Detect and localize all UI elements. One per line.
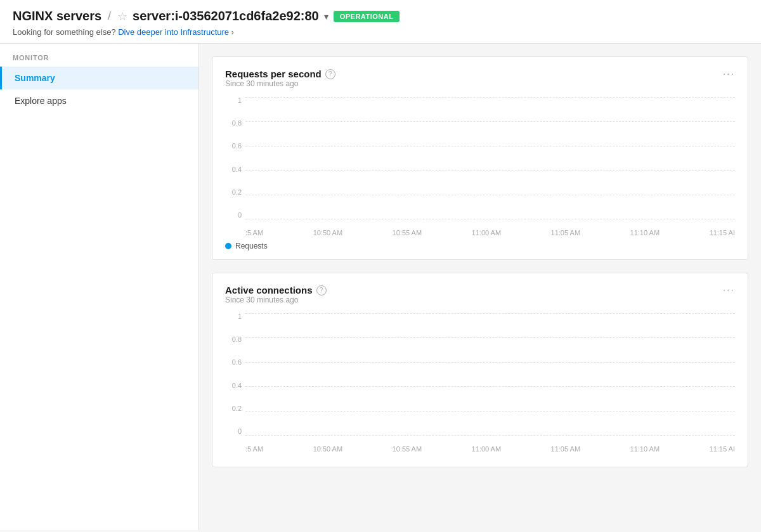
active-connections-card: Active connections ? Since 30 minutes ag… — [212, 273, 748, 467]
y1-label-0: 0 — [238, 212, 242, 219]
grid-line-06 — [245, 146, 735, 146]
favorite-star-icon[interactable]: ☆ — [117, 10, 127, 23]
grid2-line-02 — [245, 411, 735, 412]
x1-label-0: :5 AM — [245, 229, 263, 237]
breadcrumb-title: NGINX servers — [13, 9, 101, 23]
y2-label-04: 0.4 — [232, 382, 242, 389]
chart1-help-icon[interactable]: ? — [325, 69, 335, 79]
chart2-header: Active connections ? Since 30 minutes ag… — [225, 285, 735, 311]
y2-label-08: 0.8 — [232, 336, 242, 343]
chart1-subtitle: Since 30 minutes ago — [225, 79, 335, 88]
breadcrumb-separator: / — [108, 10, 111, 23]
chart1-y-axis: 1 0.8 0.6 0.4 0.2 0 — [225, 97, 245, 219]
x2-label-1050: 10:50 AM — [313, 445, 342, 453]
chart1-x-axis: :5 AM 10:50 AM 10:55 AM 11:00 AM 11:05 A… — [245, 219, 735, 237]
chart1-legend-dot — [225, 243, 231, 249]
y2-label-1: 1 — [238, 313, 242, 320]
y1-label-08: 0.8 — [232, 120, 242, 127]
chart2-grid — [245, 313, 735, 435]
x1-label-1110: 11:10 AM — [630, 229, 660, 237]
x2-label-1110: 11:10 AM — [630, 445, 660, 453]
chart1-area: 1 0.8 0.6 0.4 0.2 0 :5 AM 10 — [225, 97, 735, 237]
x1-label-1115: 11:15 AI — [710, 229, 735, 237]
main-content: Requests per second ? Since 30 minutes a… — [199, 44, 761, 530]
grid-line-08 — [245, 121, 735, 122]
chart2-title-row: Active connections ? — [225, 285, 327, 295]
chart2-area: 1 0.8 0.6 0.4 0.2 0 :5 AM 10 — [225, 313, 735, 453]
main-layout: MONITOR Summary Explore apps Requests pe… — [0, 44, 761, 530]
grid-line-04 — [245, 170, 735, 171]
sub-text-label: Looking for something else? — [13, 27, 116, 37]
x2-label-1055: 10:55 AM — [393, 445, 422, 453]
y2-label-0: 0 — [238, 428, 242, 435]
chart1-legend-label: Requests — [235, 242, 268, 250]
x2-label-1105: 11:05 AM — [551, 445, 580, 453]
chart1-more-button[interactable]: ··· — [723, 68, 735, 80]
grid2-line-06 — [245, 362, 735, 363]
sidebar: MONITOR Summary Explore apps — [0, 44, 199, 530]
chart1-title-row: Requests per second ? — [225, 68, 335, 79]
chart1-legend: Requests — [225, 242, 735, 250]
x1-label-1050: 10:50 AM — [313, 229, 342, 237]
y1-label-04: 0.4 — [232, 166, 242, 173]
sidebar-item-explore-apps[interactable]: Explore apps — [0, 89, 198, 112]
x1-label-1105: 11:05 AM — [551, 229, 580, 237]
chart1-title: Requests per second — [225, 68, 322, 79]
y1-label-1: 1 — [238, 97, 242, 104]
chart2-subtitle: Since 30 minutes ago — [225, 295, 327, 304]
server-dropdown-icon[interactable]: ▾ — [324, 11, 328, 22]
operational-badge: OPERATIONAL — [334, 11, 400, 22]
chart2-title: Active connections — [225, 285, 313, 295]
chart2-x-axis: :5 AM 10:50 AM 10:55 AM 11:00 AM 11:05 A… — [245, 435, 735, 453]
x1-label-1100: 11:00 AM — [472, 229, 501, 237]
grid2-line-08 — [245, 337, 735, 338]
grid2-line-1 — [245, 313, 735, 314]
sidebar-section-monitor: MONITOR — [0, 54, 198, 67]
chart2-help-icon[interactable]: ? — [316, 285, 327, 295]
grid-line-1 — [245, 97, 735, 98]
x2-label-1100: 11:00 AM — [472, 445, 501, 453]
chart1-header: Requests per second ? Since 30 minutes a… — [225, 68, 735, 94]
y2-label-06: 0.6 — [232, 359, 242, 366]
chart2-y-axis: 1 0.8 0.6 0.4 0.2 0 — [225, 313, 245, 435]
header-top-row: NGINX servers / ☆ server:i-03562071cd6fa… — [13, 9, 748, 23]
header-subtext: Looking for something else? Dive deeper … — [13, 27, 748, 37]
page-header: NGINX servers / ☆ server:i-03562071cd6fa… — [0, 0, 761, 44]
link-arrow-icon: › — [231, 28, 234, 37]
chart2-more-button[interactable]: ··· — [723, 285, 735, 296]
y1-label-02: 0.2 — [232, 189, 242, 196]
y2-label-02: 0.2 — [232, 405, 242, 412]
grid2-line-04 — [245, 386, 735, 387]
x1-label-1055: 10:55 AM — [393, 229, 422, 237]
grid-line-02 — [245, 195, 735, 195]
requests-per-second-card: Requests per second ? Since 30 minutes a… — [212, 56, 748, 260]
x2-label-1115: 11:15 AI — [710, 445, 735, 453]
infrastructure-link[interactable]: Dive deeper into Infrastructure — [118, 27, 229, 37]
server-name: server:i-03562071cd6fa2e92:80 — [133, 9, 319, 23]
chart1-grid — [245, 97, 735, 219]
x2-label-0: :5 AM — [245, 445, 263, 453]
y1-label-06: 0.6 — [232, 143, 242, 150]
sidebar-item-summary[interactable]: Summary — [0, 67, 198, 89]
